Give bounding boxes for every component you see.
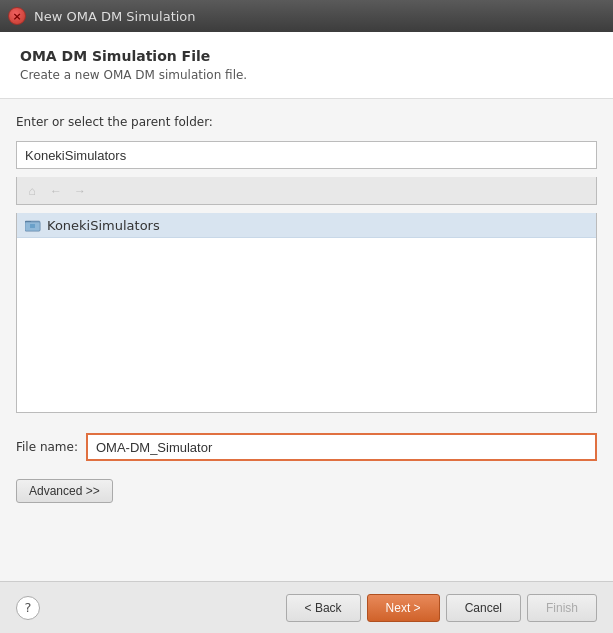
finish-label: Finish bbox=[546, 601, 578, 615]
forward-nav-icon: → bbox=[74, 184, 86, 198]
tree-item-label: KonekiSimulators bbox=[47, 218, 160, 233]
close-button[interactable]: × bbox=[8, 7, 26, 25]
next-label: Next > bbox=[386, 601, 421, 615]
home-icon: ⌂ bbox=[28, 184, 35, 198]
filename-label: File name: bbox=[16, 440, 78, 454]
finish-button[interactable]: Finish bbox=[527, 594, 597, 622]
filename-row: File name: bbox=[16, 433, 597, 461]
bottom-bar: ? < Back Next > Cancel Finish bbox=[0, 581, 613, 633]
folder-icon bbox=[25, 217, 41, 233]
spacer bbox=[16, 511, 597, 581]
home-nav-button[interactable]: ⌂ bbox=[21, 180, 43, 202]
form-area: Enter or select the parent folder: ⌂ ← → bbox=[16, 115, 597, 581]
nav-toolbar: ⌂ ← → bbox=[16, 177, 597, 205]
file-tree[interactable]: KonekiSimulators bbox=[16, 213, 597, 413]
header-title: OMA DM Simulation File bbox=[20, 48, 593, 64]
cancel-button[interactable]: Cancel bbox=[446, 594, 521, 622]
help-icon: ? bbox=[25, 600, 32, 615]
folder-input[interactable] bbox=[16, 141, 597, 169]
titlebar: × New OMA DM Simulation bbox=[0, 0, 613, 32]
next-button[interactable]: Next > bbox=[367, 594, 440, 622]
tree-item-koneki[interactable]: KonekiSimulators bbox=[17, 213, 596, 238]
close-icon: × bbox=[12, 10, 21, 23]
window-title: New OMA DM Simulation bbox=[34, 9, 196, 24]
header-section: OMA DM Simulation File Create a new OMA … bbox=[0, 32, 613, 99]
help-button[interactable]: ? bbox=[16, 596, 40, 620]
nav-buttons: < Back Next > Cancel Finish bbox=[286, 594, 597, 622]
back-nav-button[interactable]: ← bbox=[45, 180, 67, 202]
cancel-label: Cancel bbox=[465, 601, 502, 615]
back-button[interactable]: < Back bbox=[286, 594, 361, 622]
filename-input[interactable] bbox=[86, 433, 597, 461]
dialog-body: OMA DM Simulation File Create a new OMA … bbox=[0, 32, 613, 633]
svg-rect-3 bbox=[30, 224, 35, 228]
header-subtitle: Create a new OMA DM simulation file. bbox=[20, 68, 593, 82]
forward-nav-button[interactable]: → bbox=[69, 180, 91, 202]
folder-label: Enter or select the parent folder: bbox=[16, 115, 597, 129]
back-nav-icon: ← bbox=[50, 184, 62, 198]
advanced-button[interactable]: Advanced >> bbox=[16, 479, 113, 503]
advanced-label: Advanced >> bbox=[29, 484, 100, 498]
back-label: < Back bbox=[305, 601, 342, 615]
